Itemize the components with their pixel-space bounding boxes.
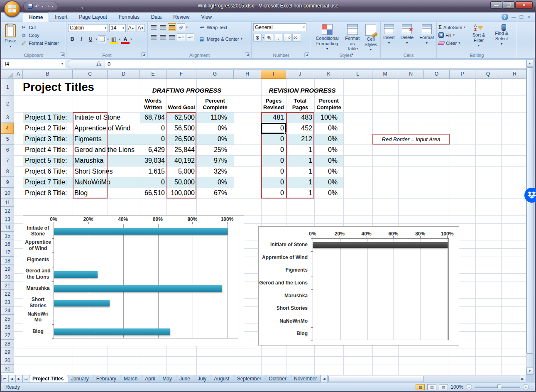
project-title[interactable]: Marushka: [73, 155, 108, 166]
align-center-button[interactable]: [159, 33, 167, 41]
horizontal-scrollbar[interactable]: ◀ ▶: [320, 375, 526, 383]
shrink-font-button[interactable]: A▼: [137, 24, 145, 32]
total-pages[interactable]: 212: [286, 134, 314, 145]
scroll-down-button[interactable]: ▼: [526, 368, 533, 375]
clear-button[interactable]: Clear▾: [438, 39, 465, 47]
font-color-button[interactable]: A: [121, 35, 130, 43]
total-pages[interactable]: 1: [286, 145, 314, 155]
project-title[interactable]: Short Stories: [73, 166, 108, 177]
column-header-E[interactable]: E: [140, 70, 166, 79]
words-written[interactable]: 0: [140, 123, 166, 134]
cell-styles-button[interactable]: Cell Styles▾: [363, 23, 379, 57]
row-header-18[interactable]: 18: [1, 257, 14, 265]
zoom-slider-thumb[interactable]: [497, 385, 501, 390]
total-pages[interactable]: 1: [286, 166, 314, 177]
words-written[interactable]: 0: [140, 177, 166, 188]
row-header-22[interactable]: 22: [1, 290, 14, 298]
words-written[interactable]: 39,034: [140, 155, 166, 166]
ribbon-tab-view[interactable]: View: [195, 12, 218, 22]
chart-bar[interactable]: [54, 300, 110, 306]
column-header-D[interactable]: D: [108, 70, 140, 79]
row-header-7[interactable]: 7: [1, 155, 14, 166]
undo-button[interactable]: ↶: [35, 4, 39, 9]
vertical-scroll-thumb[interactable]: [526, 67, 533, 354]
vertical-scrollbar[interactable]: ▲ ▼: [526, 59, 534, 375]
header-J2[interactable]: Total Pages: [286, 96, 314, 112]
underline-button[interactable]: U: [86, 35, 95, 43]
font-dialog-launcher[interactable]: ◢: [141, 52, 146, 57]
minimize-button[interactable]: —: [490, 1, 502, 9]
sheet-tab-september[interactable]: September: [233, 375, 266, 383]
sheet-tab-october[interactable]: October: [264, 375, 291, 383]
column-header-B[interactable]: B: [23, 70, 73, 79]
drafting-percent[interactable]: 110%: [196, 112, 234, 123]
last-sheet-button[interactable]: ⏭: [22, 375, 29, 383]
column-header-H[interactable]: H: [234, 70, 261, 79]
alignment-dialog-launcher[interactable]: ◢: [245, 52, 250, 57]
revision-progress-chart[interactable]: 0%20%40%60%80%100%Initiate of StoneAppre…: [258, 226, 459, 345]
restore-button[interactable]: ❐: [503, 1, 515, 9]
pages-revised[interactable]: 0: [261, 188, 286, 198]
chart-bar[interactable]: [54, 328, 170, 335]
column-header-F[interactable]: F: [166, 70, 196, 79]
total-pages[interactable]: 1: [286, 188, 314, 198]
ribbon-tab-data[interactable]: Data: [145, 12, 167, 22]
font-color-dropdown-icon[interactable]: ▾: [130, 37, 132, 41]
project-label[interactable]: Project 6 Title:: [23, 166, 73, 177]
column-header-Q[interactable]: Q: [475, 70, 501, 79]
number-format-select[interactable]: General▾: [253, 23, 306, 31]
find-select-button[interactable]: Find & Select▾: [492, 23, 511, 48]
total-pages[interactable]: 452: [286, 123, 314, 134]
horizontal-scroll-track[interactable]: [328, 375, 519, 383]
column-header-L[interactable]: L: [343, 70, 372, 79]
sheet-tab-may[interactable]: May: [158, 375, 176, 383]
revision-percent[interactable]: 0%: [314, 188, 343, 198]
ribbon-tab-review[interactable]: Review: [167, 12, 195, 22]
italic-button[interactable]: I: [77, 35, 86, 43]
words-written[interactable]: 0: [140, 134, 166, 145]
active-cell-selection[interactable]: [261, 123, 286, 134]
row-header-16[interactable]: 16: [1, 240, 14, 248]
row-header-26[interactable]: 26: [1, 323, 14, 331]
align-middle-button[interactable]: [159, 23, 167, 31]
row-header-31[interactable]: 31: [1, 365, 14, 373]
project-title[interactable]: Blog: [73, 188, 108, 198]
scroll-left-button[interactable]: ◀: [321, 375, 328, 383]
bold-button[interactable]: B: [68, 35, 76, 43]
row-header-13[interactable]: 13: [1, 215, 14, 223]
column-header-K[interactable]: K: [314, 70, 343, 79]
first-sheet-button[interactable]: ⏮: [1, 375, 8, 383]
row-header-28[interactable]: 28: [1, 340, 14, 348]
row-header-4[interactable]: 4: [1, 123, 14, 134]
row-header-2[interactable]: 2: [1, 96, 14, 112]
word-goal[interactable]: 5,000: [166, 166, 196, 177]
sheet-tab-january[interactable]: January: [66, 375, 93, 383]
row-header-9[interactable]: 9: [1, 177, 14, 188]
revision-percent[interactable]: 100%: [314, 112, 343, 123]
project-label[interactable]: Project 2 Title:: [23, 123, 73, 134]
header-F2[interactable]: Word Goal: [166, 96, 196, 112]
column-header-N[interactable]: N: [398, 70, 424, 79]
header-K2[interactable]: Percent Complete: [314, 96, 343, 112]
percent-button[interactable]: %: [265, 34, 273, 42]
insert-function-button[interactable]: fx: [68, 59, 105, 69]
row-header-21[interactable]: 21: [1, 282, 14, 290]
pages-revised[interactable]: 481: [261, 112, 286, 123]
chart-bar[interactable]: [54, 228, 228, 235]
word-goal[interactable]: 40,192: [166, 155, 196, 166]
ribbon-tab-formulas[interactable]: Formulas: [113, 12, 145, 22]
fill-button[interactable]: ▼Fill▾: [438, 31, 465, 39]
currency-button[interactable]: $: [253, 34, 262, 42]
increase-decimal-button[interactable]: ←.0: [283, 34, 291, 42]
redo-button[interactable]: ↷: [45, 4, 50, 9]
row-header-12[interactable]: 12: [1, 207, 14, 215]
redo-dropdown-icon[interactable]: ▾: [52, 5, 54, 8]
project-title[interactable]: Apprentice of Wind: [73, 123, 108, 134]
word-goal[interactable]: 25,844: [166, 145, 196, 155]
row-header-15[interactable]: 15: [1, 232, 14, 240]
sheet-tab-august[interactable]: August: [209, 375, 234, 383]
conditional-formatting-button[interactable]: Conditional Formatting▾: [313, 23, 342, 57]
help-icon[interactable]: ?: [502, 14, 508, 20]
row-header-27[interactable]: 27: [1, 331, 14, 340]
revision-percent[interactable]: 0%: [314, 155, 343, 166]
